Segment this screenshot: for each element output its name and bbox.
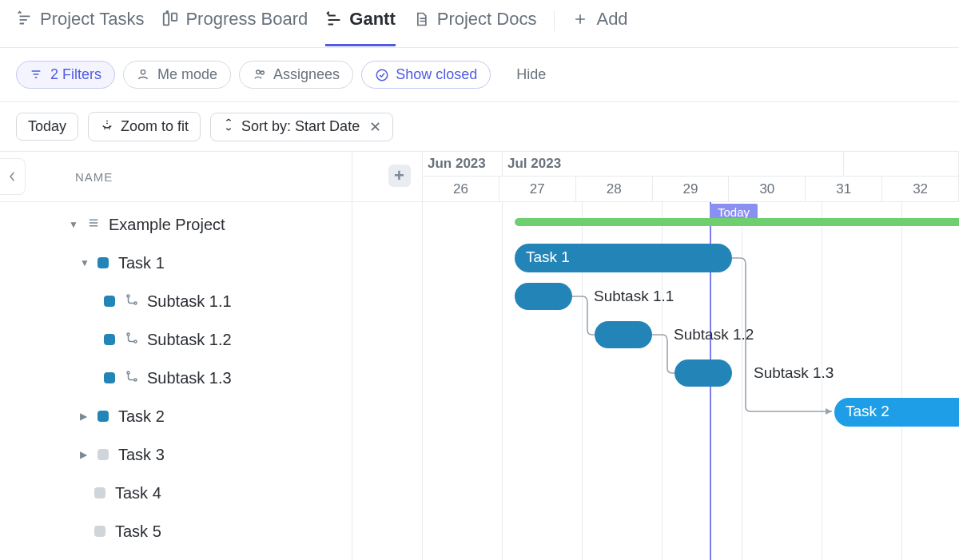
svg-point-4 <box>257 70 261 74</box>
status-chip[interactable] <box>97 411 109 422</box>
tree-row-project[interactable]: ▼ Example Project <box>0 205 422 244</box>
task-tree-panel: NAME + ▼ Example Project ▼ Task 1 <box>0 152 423 560</box>
tree-row-task1[interactable]: ▼ Task 1 <box>0 244 422 282</box>
filters-pill[interactable]: 2 Filters <box>16 61 115 89</box>
gantt-bar-sub13[interactable] <box>674 359 732 387</box>
today-button[interactable]: Today <box>16 113 78 141</box>
zoom-to-fit-button[interactable]: Zoom to fit <box>88 112 201 141</box>
tree-row-subtask[interactable]: Subtask 1.1 <box>0 282 422 320</box>
svg-point-9 <box>127 333 129 336</box>
svg-rect-0 <box>164 14 169 26</box>
task-tree-header: NAME + <box>0 152 422 202</box>
show-closed-label: Show closed <box>396 66 477 83</box>
tab-project-docs[interactable]: Project Docs <box>413 9 537 46</box>
clear-sort-icon[interactable]: ✕ <box>369 118 381 136</box>
tab-label: Project Docs <box>437 9 537 30</box>
doc-icon <box>413 10 431 28</box>
svg-point-11 <box>127 371 129 374</box>
tree-row-task2[interactable]: ▶ Task 2 <box>0 397 422 435</box>
filter-icon <box>30 68 44 82</box>
svg-point-7 <box>127 295 129 297</box>
tree-row-subtask[interactable]: Subtask 1.2 <box>0 320 422 359</box>
bar-label: Subtask 1.2 <box>674 326 754 344</box>
tab-gantt[interactable]: Gantt <box>325 9 395 46</box>
tree-label: Subtask 1.3 <box>147 369 232 387</box>
grid-column <box>822 202 902 560</box>
tab-add-view[interactable]: Add <box>572 9 627 46</box>
week-cell: 31 <box>806 177 882 201</box>
status-chip[interactable] <box>104 372 115 383</box>
sort-label: Sort by: Start Date <box>241 118 360 135</box>
gantt-icon <box>325 10 343 28</box>
week-cell: 32 <box>882 177 959 201</box>
tree-row-task3[interactable]: ▶ Task 3 <box>0 435 422 474</box>
tab-label: Gantt <box>349 9 395 30</box>
tree-label: Task 3 <box>118 446 165 464</box>
caret-down-icon[interactable]: ▼ <box>80 257 91 268</box>
gantt-bar-task2[interactable]: Task 2 <box>834 398 959 427</box>
month-cell: Jun 2023 <box>423 152 503 176</box>
name-column-header: NAME <box>75 170 113 184</box>
tree-row-task5[interactable]: Task 5 <box>0 512 422 550</box>
tab-label: Add <box>596 9 627 30</box>
filters-label: 2 Filters <box>50 66 101 83</box>
show-closed-pill[interactable]: Show closed <box>361 61 491 89</box>
gantt-bar-sub11[interactable] <box>515 283 572 310</box>
person-icon <box>137 68 151 82</box>
tree-label: Task 1 <box>118 254 165 272</box>
tree-label: Example Project <box>109 216 225 234</box>
bar-label: Subtask 1.1 <box>594 288 674 305</box>
bar-label: Task 1 <box>515 244 732 266</box>
gantt-bar-sub12[interactable] <box>595 321 652 348</box>
gantt-bar-task1[interactable]: Task 1 <box>515 244 732 272</box>
caret-right-icon[interactable]: ▶ <box>80 449 91 460</box>
sort-button[interactable]: Sort by: Start Date ✕ <box>210 113 393 141</box>
week-cell: 27 <box>499 177 576 201</box>
tree-row-subtask[interactable]: Subtask 1.3 <box>0 359 422 397</box>
gantt-bar-project[interactable] <box>515 218 959 226</box>
check-circle-icon <box>375 68 389 82</box>
status-chip[interactable] <box>104 296 115 307</box>
add-column-button[interactable]: + <box>388 165 411 187</box>
assignees-pill[interactable]: Assignees <box>239 61 353 89</box>
week-cell: 30 <box>729 177 806 201</box>
svg-point-10 <box>134 340 137 343</box>
tree-label: Task 4 <box>115 484 161 502</box>
tab-separator <box>554 10 555 31</box>
tab-label: Progress Board <box>185 9 308 30</box>
subtask-icon <box>125 292 139 311</box>
bar-label: Subtask 1.3 <box>754 364 834 382</box>
grid-column <box>423 202 503 560</box>
gantt-body[interactable]: Today Task 1 Subtask 1.1 Subtask 1.2 Sub… <box>423 202 959 560</box>
timeline-months: Jun 2023 Jul 2023 <box>423 152 959 177</box>
filter-bar: 2 Filters Me mode Assignees Show closed … <box>0 48 959 102</box>
week-cell: 28 <box>576 177 653 201</box>
tab-progress-board[interactable]: Progress Board <box>161 9 308 46</box>
gantt-list-icon <box>16 10 34 28</box>
tab-project-tasks[interactable]: Project Tasks <box>16 9 144 46</box>
timeline-weeks: 26 27 28 29 30 31 32 <box>423 177 959 202</box>
caret-right-icon[interactable]: ▶ <box>80 411 91 422</box>
tree-label: Task 5 <box>115 522 161 541</box>
svg-point-12 <box>134 379 137 381</box>
status-chip[interactable] <box>97 257 109 268</box>
svg-point-2 <box>167 11 169 13</box>
status-chip[interactable] <box>97 449 109 460</box>
me-mode-pill[interactable]: Me mode <box>123 61 231 89</box>
week-cell: 29 <box>653 177 730 201</box>
status-chip[interactable] <box>94 487 105 498</box>
hide-button[interactable]: Hide <box>516 66 546 83</box>
board-icon <box>161 10 179 28</box>
week-cell: 26 <box>423 177 499 201</box>
column-divider[interactable] <box>352 152 352 560</box>
grid-column <box>902 202 959 560</box>
bar-label: Task 2 <box>834 398 959 420</box>
caret-down-icon[interactable]: ▼ <box>69 219 80 230</box>
gantt-toolbar: Today Zoom to fit Sort by: Start Date ✕ <box>0 102 959 151</box>
collapse-left-panel[interactable] <box>0 158 26 195</box>
svg-point-8 <box>134 302 137 304</box>
tree-label: Subtask 1.1 <box>147 292 232 311</box>
status-chip[interactable] <box>94 526 105 537</box>
status-chip[interactable] <box>104 334 115 345</box>
tree-row-task4[interactable]: Task 4 <box>0 474 422 512</box>
